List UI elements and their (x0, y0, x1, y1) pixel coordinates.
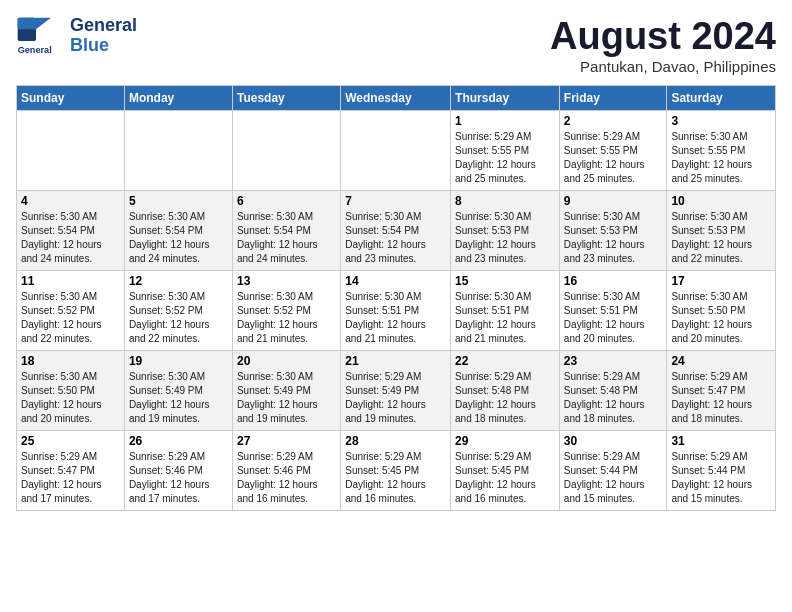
day-info: Sunrise: 5:30 AM Sunset: 5:51 PM Dayligh… (345, 290, 446, 346)
week-row-1: 1Sunrise: 5:29 AM Sunset: 5:55 PM Daylig… (17, 110, 776, 190)
day-info: Sunrise: 5:30 AM Sunset: 5:49 PM Dayligh… (237, 370, 336, 426)
weekday-header-tuesday: Tuesday (232, 85, 340, 110)
day-info: Sunrise: 5:30 AM Sunset: 5:50 PM Dayligh… (671, 290, 771, 346)
calendar-cell: 16Sunrise: 5:30 AM Sunset: 5:51 PM Dayli… (559, 270, 667, 350)
weekday-header-wednesday: Wednesday (341, 85, 451, 110)
calendar-cell: 3Sunrise: 5:30 AM Sunset: 5:55 PM Daylig… (667, 110, 776, 190)
day-info: Sunrise: 5:30 AM Sunset: 5:54 PM Dayligh… (345, 210, 446, 266)
day-number: 6 (237, 194, 336, 208)
day-info: Sunrise: 5:29 AM Sunset: 5:44 PM Dayligh… (671, 450, 771, 506)
week-row-5: 25Sunrise: 5:29 AM Sunset: 5:47 PM Dayli… (17, 430, 776, 510)
calendar-cell: 9Sunrise: 5:30 AM Sunset: 5:53 PM Daylig… (559, 190, 667, 270)
calendar-cell: 27Sunrise: 5:29 AM Sunset: 5:46 PM Dayli… (232, 430, 340, 510)
logo-blue-text: Blue (70, 36, 137, 56)
day-number: 30 (564, 434, 663, 448)
calendar-cell: 5Sunrise: 5:30 AM Sunset: 5:54 PM Daylig… (124, 190, 232, 270)
day-number: 25 (21, 434, 120, 448)
calendar-cell: 26Sunrise: 5:29 AM Sunset: 5:46 PM Dayli… (124, 430, 232, 510)
day-info: Sunrise: 5:30 AM Sunset: 5:52 PM Dayligh… (237, 290, 336, 346)
day-number: 3 (671, 114, 771, 128)
calendar-cell: 24Sunrise: 5:29 AM Sunset: 5:47 PM Dayli… (667, 350, 776, 430)
svg-text:General: General (18, 45, 52, 55)
day-info: Sunrise: 5:30 AM Sunset: 5:54 PM Dayligh… (237, 210, 336, 266)
day-info: Sunrise: 5:29 AM Sunset: 5:45 PM Dayligh… (345, 450, 446, 506)
week-row-3: 11Sunrise: 5:30 AM Sunset: 5:52 PM Dayli… (17, 270, 776, 350)
calendar-cell: 31Sunrise: 5:29 AM Sunset: 5:44 PM Dayli… (667, 430, 776, 510)
svg-marker-2 (36, 18, 51, 30)
calendar-cell: 2Sunrise: 5:29 AM Sunset: 5:55 PM Daylig… (559, 110, 667, 190)
calendar-cell (341, 110, 451, 190)
day-number: 26 (129, 434, 228, 448)
day-info: Sunrise: 5:29 AM Sunset: 5:55 PM Dayligh… (455, 130, 555, 186)
day-number: 1 (455, 114, 555, 128)
day-number: 9 (564, 194, 663, 208)
week-row-2: 4Sunrise: 5:30 AM Sunset: 5:54 PM Daylig… (17, 190, 776, 270)
day-number: 18 (21, 354, 120, 368)
weekday-header-saturday: Saturday (667, 85, 776, 110)
day-number: 22 (455, 354, 555, 368)
calendar-cell: 15Sunrise: 5:30 AM Sunset: 5:51 PM Dayli… (451, 270, 560, 350)
day-number: 14 (345, 274, 446, 288)
day-info: Sunrise: 5:29 AM Sunset: 5:46 PM Dayligh… (129, 450, 228, 506)
calendar-cell: 7Sunrise: 5:30 AM Sunset: 5:54 PM Daylig… (341, 190, 451, 270)
svg-text:Blue: Blue (18, 55, 38, 56)
title-block: August 2024 Pantukan, Davao, Philippines (550, 16, 776, 75)
day-info: Sunrise: 5:30 AM Sunset: 5:53 PM Dayligh… (671, 210, 771, 266)
day-info: Sunrise: 5:29 AM Sunset: 5:46 PM Dayligh… (237, 450, 336, 506)
svg-rect-1 (18, 18, 36, 30)
calendar-cell: 20Sunrise: 5:30 AM Sunset: 5:49 PM Dayli… (232, 350, 340, 430)
day-number: 20 (237, 354, 336, 368)
day-number: 19 (129, 354, 228, 368)
day-info: Sunrise: 5:30 AM Sunset: 5:51 PM Dayligh… (455, 290, 555, 346)
day-number: 31 (671, 434, 771, 448)
day-number: 28 (345, 434, 446, 448)
calendar-cell: 18Sunrise: 5:30 AM Sunset: 5:50 PM Dayli… (17, 350, 125, 430)
calendar-cell: 17Sunrise: 5:30 AM Sunset: 5:50 PM Dayli… (667, 270, 776, 350)
day-info: Sunrise: 5:30 AM Sunset: 5:51 PM Dayligh… (564, 290, 663, 346)
logo-general-text: General (70, 16, 137, 36)
day-number: 24 (671, 354, 771, 368)
day-number: 12 (129, 274, 228, 288)
calendar-cell (17, 110, 125, 190)
calendar-cell: 22Sunrise: 5:29 AM Sunset: 5:48 PM Dayli… (451, 350, 560, 430)
weekday-header-sunday: Sunday (17, 85, 125, 110)
day-number: 17 (671, 274, 771, 288)
calendar-cell: 8Sunrise: 5:30 AM Sunset: 5:53 PM Daylig… (451, 190, 560, 270)
logo-icon: General Blue (16, 16, 66, 56)
location-subtitle: Pantukan, Davao, Philippines (550, 58, 776, 75)
day-number: 23 (564, 354, 663, 368)
day-info: Sunrise: 5:30 AM Sunset: 5:53 PM Dayligh… (455, 210, 555, 266)
calendar-cell: 23Sunrise: 5:29 AM Sunset: 5:48 PM Dayli… (559, 350, 667, 430)
calendar-cell: 10Sunrise: 5:30 AM Sunset: 5:53 PM Dayli… (667, 190, 776, 270)
weekday-header-row: SundayMondayTuesdayWednesdayThursdayFrid… (17, 85, 776, 110)
day-info: Sunrise: 5:30 AM Sunset: 5:50 PM Dayligh… (21, 370, 120, 426)
day-info: Sunrise: 5:29 AM Sunset: 5:47 PM Dayligh… (671, 370, 771, 426)
day-info: Sunrise: 5:30 AM Sunset: 5:53 PM Dayligh… (564, 210, 663, 266)
calendar-table: SundayMondayTuesdayWednesdayThursdayFrid… (16, 85, 776, 511)
month-title: August 2024 (550, 16, 776, 58)
day-info: Sunrise: 5:30 AM Sunset: 5:54 PM Dayligh… (21, 210, 120, 266)
day-number: 16 (564, 274, 663, 288)
day-number: 7 (345, 194, 446, 208)
day-info: Sunrise: 5:29 AM Sunset: 5:48 PM Dayligh… (455, 370, 555, 426)
calendar-cell: 12Sunrise: 5:30 AM Sunset: 5:52 PM Dayli… (124, 270, 232, 350)
day-number: 5 (129, 194, 228, 208)
calendar-cell: 25Sunrise: 5:29 AM Sunset: 5:47 PM Dayli… (17, 430, 125, 510)
day-number: 10 (671, 194, 771, 208)
day-number: 2 (564, 114, 663, 128)
day-info: Sunrise: 5:30 AM Sunset: 5:52 PM Dayligh… (129, 290, 228, 346)
week-row-4: 18Sunrise: 5:30 AM Sunset: 5:50 PM Dayli… (17, 350, 776, 430)
day-info: Sunrise: 5:29 AM Sunset: 5:55 PM Dayligh… (564, 130, 663, 186)
day-number: 8 (455, 194, 555, 208)
day-number: 21 (345, 354, 446, 368)
day-info: Sunrise: 5:29 AM Sunset: 5:45 PM Dayligh… (455, 450, 555, 506)
calendar-cell: 29Sunrise: 5:29 AM Sunset: 5:45 PM Dayli… (451, 430, 560, 510)
day-number: 11 (21, 274, 120, 288)
day-number: 13 (237, 274, 336, 288)
calendar-cell: 4Sunrise: 5:30 AM Sunset: 5:54 PM Daylig… (17, 190, 125, 270)
day-number: 29 (455, 434, 555, 448)
day-info: Sunrise: 5:30 AM Sunset: 5:54 PM Dayligh… (129, 210, 228, 266)
calendar-cell: 14Sunrise: 5:30 AM Sunset: 5:51 PM Dayli… (341, 270, 451, 350)
page-header: General Blue General Blue August 2024 Pa… (16, 16, 776, 75)
weekday-header-monday: Monday (124, 85, 232, 110)
